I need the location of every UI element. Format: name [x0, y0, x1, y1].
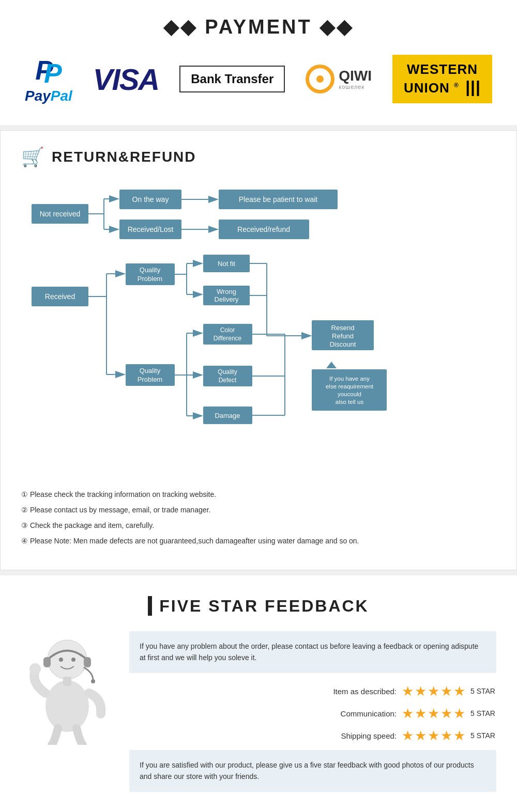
refund-section: 🛒 RETURN&REFUND Not received [0, 130, 517, 570]
note-1: ① Please check the tracking information … [21, 487, 496, 502]
svg-point-73 [48, 640, 87, 679]
svg-rect-80 [63, 677, 71, 686]
paypal-text-pay: Pay [25, 88, 51, 104]
feedback-intro-text: If you have any problem about the order,… [140, 642, 478, 662]
qiwi-logo: QIWI кошелек [306, 65, 372, 93]
svg-text:Problem: Problem [138, 275, 162, 283]
star-2-4: ★ [440, 728, 452, 744]
note-3: ③ Check the package and item, carefully. [21, 518, 496, 533]
flowchart: Not received On the way Please be patien… [21, 183, 496, 475]
svg-point-78 [71, 658, 75, 662]
wu-line1: WESTERN [407, 62, 478, 77]
svg-text:Please be patient to wait: Please be patient to wait [239, 195, 318, 204]
refund-notes: ① Please check the tracking information … [21, 487, 496, 548]
note-2: ② Please contact us by message, email, o… [21, 503, 496, 517]
svg-marker-68 [326, 362, 337, 368]
western-union-logo: WESTERN UNION ® ||| [392, 55, 492, 104]
svg-text:Refund: Refund [332, 332, 354, 340]
feedback-right: If you have any problem about the order,… [129, 631, 496, 792]
paypal-text-pal: Pal [51, 88, 72, 104]
star-2-3: ★ [428, 728, 439, 744]
star-0-3: ★ [428, 683, 439, 699]
feedback-section: FIVE STAR FEEDBACK [0, 575, 517, 812]
svg-text:Difference: Difference [214, 335, 242, 342]
svg-point-79 [45, 680, 89, 732]
bank-transfer-logo: Bank Transfer [179, 66, 285, 92]
svg-rect-74 [43, 657, 51, 667]
flowchart-svg: Not received On the way Please be patien… [21, 183, 486, 473]
diamond-left: ◆◆ [163, 16, 205, 38]
svg-point-81 [29, 663, 41, 675]
wu-bars: ||| [465, 77, 481, 96]
wu-registered: ® [454, 82, 459, 89]
feedback-intro: If you have any problem about the order,… [129, 631, 496, 673]
stars-0: ★ ★ ★ ★ ★ [402, 683, 465, 699]
svg-text:Not received: Not received [40, 210, 81, 218]
payment-title-text: PAYMENT [205, 16, 312, 38]
rating-row-item-described: Item as described: ★ ★ ★ ★ ★ 5 STAR [129, 683, 496, 699]
svg-point-76 [91, 679, 95, 683]
rating-row-shipping: Shipping speed: ★ ★ ★ ★ ★ 5 STAR [129, 728, 496, 744]
svg-text:also tell us: also tell us [336, 399, 364, 405]
star-0-5: ★ [453, 683, 465, 699]
svg-text:Delivery: Delivery [215, 295, 239, 303]
svg-text:Damage: Damage [215, 412, 240, 419]
stars-2: ★ ★ ★ ★ ★ [402, 728, 465, 744]
qiwi-circle-icon [306, 65, 334, 93]
rating-label-1: Communication: [324, 709, 397, 718]
svg-rect-75 [84, 657, 91, 667]
diamond-right: ◆◆ [320, 16, 354, 38]
star-0-2: ★ [415, 683, 427, 699]
star-1-1: ★ [402, 706, 414, 722]
feedback-title: FIVE STAR FEEDBACK [159, 597, 369, 616]
star-2-5: ★ [453, 728, 465, 744]
svg-text:Received: Received [45, 292, 75, 301]
rating-value-1: 5 STAR [470, 709, 496, 717]
svg-text:Discount: Discount [330, 340, 356, 348]
svg-text:Received/refund: Received/refund [237, 225, 290, 233]
cart-icon: 🛒 [21, 146, 44, 168]
payment-logos: P P PayPal VISA Bank Transfer QIWI кошел… [21, 54, 496, 104]
svg-text:Quality: Quality [218, 368, 237, 376]
svg-text:Resend: Resend [331, 324, 355, 332]
qiwi-q-text: QIWI [339, 68, 372, 84]
star-1-5: ★ [453, 706, 465, 722]
svg-text:Problem: Problem [138, 376, 162, 383]
svg-text:youcould: youcould [338, 391, 361, 397]
star-0-4: ★ [440, 683, 452, 699]
visa-text: VISA [93, 63, 159, 96]
payment-title: ◆◆ PAYMENT ◆◆ [21, 15, 496, 38]
rating-value-0: 5 STAR [470, 687, 496, 695]
payment-section: ◆◆ PAYMENT ◆◆ P P PayPal VISA Bank Trans… [0, 0, 517, 125]
star-1-3: ★ [428, 706, 439, 722]
bank-transfer-text: Bank Transfer [191, 72, 273, 86]
stars-1: ★ ★ ★ ★ ★ [402, 706, 465, 722]
feedback-bar-icon [148, 596, 152, 616]
svg-text:Not fit: Not fit [218, 260, 235, 268]
star-1-2: ★ [415, 706, 427, 722]
paypal-icon-light: P [44, 60, 62, 87]
refund-header: 🛒 RETURN&REFUND [21, 146, 496, 168]
star-2-1: ★ [402, 728, 414, 744]
wu-line2: UNION ® ||| [404, 77, 481, 97]
svg-point-77 [59, 658, 63, 662]
svg-text:Defect: Defect [219, 377, 237, 384]
feedback-outro-text: If you are satisfied with our product, p… [140, 761, 474, 780]
refund-title: RETURN&REFUND [52, 149, 196, 165]
svg-text:Color: Color [220, 326, 235, 334]
rating-label-0: Item as described: [324, 687, 397, 696]
rating-label-2: Shipping speed: [324, 731, 397, 740]
paypal-logo: P P PayPal [25, 54, 72, 104]
note-4: ④ Please Note: Men made defects are not … [21, 534, 496, 548]
visa-logo: VISA [93, 62, 159, 97]
feedback-outro: If you are satisfied with our product, p… [129, 750, 496, 792]
robot-figure [21, 631, 114, 745]
svg-text:If you have any: If you have any [329, 376, 370, 382]
svg-text:Quality: Quality [140, 367, 161, 374]
robot-svg [26, 631, 109, 745]
star-0-1: ★ [402, 683, 414, 699]
rating-value-2: 5 STAR [470, 731, 496, 740]
svg-text:On the way: On the way [132, 195, 169, 204]
star-1-4: ★ [440, 706, 452, 722]
svg-text:Quality: Quality [140, 266, 161, 274]
